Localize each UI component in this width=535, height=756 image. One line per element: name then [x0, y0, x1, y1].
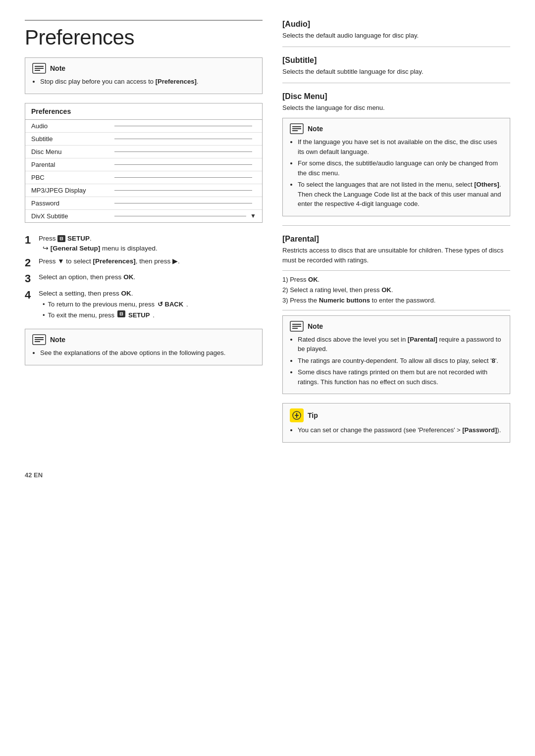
note-list-2: See the explanations of the above option… [32, 348, 255, 358]
row-arrow-divx: ▼ [250, 212, 256, 219]
tip-item-0: You can set or change the password (see … [298, 425, 503, 435]
right-column: [Audio] Selects the default audio langua… [282, 20, 510, 452]
note-box-3: Note If the language you have set is not… [282, 118, 510, 216]
note-list-4: Rated discs above the level you set in [… [290, 335, 503, 387]
tip-list: You can set or change the password (see … [290, 425, 503, 435]
row-line-disc-menu [114, 151, 252, 152]
row-label-audio: Audio [31, 122, 110, 130]
step-2: 2 Press ▼ to select [Preferences], then … [25, 256, 263, 269]
section-desc-parental: Restricts access to discs that are unsui… [282, 246, 510, 265]
note-header-4: Note [290, 321, 503, 332]
parental-step-2: 2) Select a rating level, then press OK. [282, 285, 510, 296]
note-list-3: If the language you have set is not avai… [290, 137, 503, 209]
note-item-1-0: Stop disc play before you can access to … [40, 77, 255, 87]
row-label-parental: Parental [31, 161, 110, 168]
note-icon-2 [32, 334, 46, 345]
note-label-4: Note [308, 322, 323, 330]
table-row: DivX Subtitle ▼ [25, 210, 262, 222]
left-column: Preferences Note Stop disc play before y… [25, 20, 263, 452]
tip-label: Tip [308, 411, 318, 419]
note-box-4: Note Rated discs above the level you set… [282, 315, 510, 395]
parental-step-3: 3) Press the Numeric buttons to enter th… [282, 296, 510, 306]
divider-subtitle-discmenu [282, 83, 510, 83]
section-title-subtitle: [Subtitle] [282, 56, 510, 65]
preferences-table: Preferences Audio Subtitle Disc Menu Par… [25, 103, 263, 223]
note-list-1: Stop disc play before you can access to … [32, 77, 255, 87]
parental-step-1: 1) Press OK. [282, 275, 510, 285]
row-line-audio [114, 126, 252, 126]
row-label-disc-menu: Disc Menu [31, 148, 110, 155]
section-title-disc-menu: [Disc Menu] [282, 92, 510, 101]
step-num-4: 4 [25, 289, 39, 302]
divider-audio-subtitle [282, 47, 510, 47]
note-icon-3 [290, 123, 304, 134]
note-item-3-0: If the language you have set is not avai… [298, 137, 503, 156]
row-label-password: Password [31, 200, 110, 207]
note-item-4-2: Some discs have ratings printed on them … [298, 367, 503, 387]
row-label-divx: DivX Subtitle [31, 212, 110, 220]
divider-note3-parental [282, 225, 510, 226]
row-line-divx [114, 216, 246, 216]
section-desc-audio: Selects the default audio language for d… [282, 31, 510, 41]
step-4: 4 Select a setting, then press OK. To re… [25, 289, 263, 320]
table-row: Parental [25, 158, 262, 171]
page-title: Preferences [25, 20, 263, 52]
steps-section: 1 Press ⊟ SETUP. ↪ [General Setup] menu … [25, 234, 263, 320]
tip-box: Tip You can set or change the password (… [282, 403, 510, 443]
table-row: MP3/JPEG Display [25, 184, 262, 197]
row-line-subtitle [114, 139, 252, 139]
note-icon-4 [290, 321, 304, 332]
note-item-3-1: For some discs, the subtitle/audio langu… [298, 158, 503, 178]
table-row: Disc Menu [25, 146, 262, 158]
note-item-2-0: See the explanations of the above option… [40, 348, 255, 358]
tip-icon [290, 408, 304, 422]
step-content-2: Press ▼ to select [Preferences], then pr… [39, 256, 263, 266]
note-item-3-2: To select the languages that are not lis… [298, 180, 503, 209]
note-item-4-1: The ratings are country-dependent. To al… [298, 356, 503, 366]
section-title-parental: [Parental] [282, 235, 510, 244]
tip-header: Tip [290, 408, 503, 422]
step-content-1: Press ⊟ SETUP. ↪ [General Setup] menu is… [39, 234, 263, 254]
page-footer: 42 EN [25, 471, 510, 479]
parental-steps: 1) Press OK. 2) Select a rating level, t… [282, 270, 510, 310]
pref-table-header: Preferences [25, 103, 262, 120]
table-row: PBC [25, 171, 262, 184]
note-header-2: Note [32, 334, 255, 345]
row-label-mp3jpeg: MP3/JPEG Display [31, 187, 110, 194]
note-header-3: Note [290, 123, 503, 134]
table-row: Subtitle [25, 133, 262, 146]
step-num-1: 1 [25, 234, 39, 247]
step-4-sub-2: To exit the menu, press ⊟ SETUP. [43, 310, 263, 320]
table-row: Password [25, 197, 262, 210]
note-icon-1 [32, 63, 46, 74]
step-content-3: Select an option, then press OK. [39, 272, 263, 282]
section-desc-subtitle: Selects the default subtitle language fo… [282, 67, 510, 77]
row-line-pbc [114, 177, 252, 178]
section-desc-disc-menu: Selects the language for disc menu. [282, 103, 510, 113]
table-row: Audio [25, 120, 262, 133]
setup-icon-1: ⊟ [57, 235, 65, 242]
note-box-2: Note See the explanations of the above o… [25, 329, 263, 365]
row-line-password [114, 203, 252, 203]
note-item-4-0: Rated discs above the level you set in [… [298, 335, 503, 354]
note-label-3: Note [308, 125, 323, 133]
step-num-3: 3 [25, 272, 39, 285]
step-num-2: 2 [25, 256, 39, 269]
section-title-audio: [Audio] [282, 20, 510, 29]
row-label-pbc: PBC [31, 174, 110, 181]
note-box-1: Note Stop disc play before you can acces… [25, 57, 263, 94]
row-line-parental [114, 164, 252, 165]
step-4-sub-1: To return to the previous menu, press ↺ … [43, 300, 263, 309]
note-label-2: Note [50, 336, 65, 344]
step-3: 3 Select an option, then press OK. [25, 272, 263, 285]
note-label-1: Note [50, 64, 65, 72]
step-1: 1 Press ⊟ SETUP. ↪ [General Setup] menu … [25, 234, 263, 254]
step-content-4: Select a setting, then press OK. To retu… [39, 289, 263, 320]
row-label-subtitle: Subtitle [31, 135, 110, 143]
note-header-1: Note [32, 63, 255, 74]
row-line-mp3jpeg [114, 190, 252, 191]
setup-icon-2: ⊟ [117, 310, 125, 317]
